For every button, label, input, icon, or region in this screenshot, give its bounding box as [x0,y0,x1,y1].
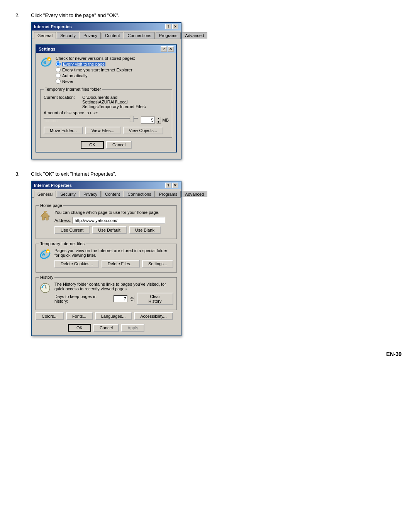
svg-text:★: ★ [48,58,51,61]
days-input[interactable] [114,295,127,302]
svg-marker-5 [41,212,50,220]
dialog2-ok-cancel-row: OK Cancel Apply [36,324,177,332]
current-location-label: Current location: [44,95,82,100]
address-label: Address: [54,218,71,223]
internet-properties-dialog-1: Internet Properties ? ✕ General Security… [31,22,181,159]
history-group: History The History f [36,275,177,310]
radio-every-start-label: Every time you start Internet Explorer [62,68,132,72]
check-newer-label: Check for newer versions of stored pages… [56,56,135,61]
ie-icon-1: e ★ [40,56,53,68]
dialog1-tabs: General Security Privacy Content Connect… [32,30,181,39]
dialog2-ok-btn[interactable]: OK [68,324,91,332]
history-legend: History [39,275,54,280]
radio-every-visit-label: Every visit to the page [62,62,105,66]
settings-ok-btn[interactable]: OK [81,141,104,149]
use-default-btn[interactable]: Use Default [92,226,126,234]
dialog2-tabs: General Security Privacy Content Connect… [32,189,181,198]
tab2-content[interactable]: Content [102,191,124,197]
history-desc: The History folder contains links to pag… [54,282,173,291]
svg-text:★: ★ [47,250,50,254]
dialog2-close-btn[interactable]: ✕ [172,183,178,188]
svg-text:e: e [42,251,45,258]
languages-btn[interactable]: Languages... [95,312,132,320]
svg-rect-6 [44,211,47,212]
check-newer-content: Check for newer versions of stored pages… [56,56,135,85]
step-2-text: Click "Every visit to the page" and "OK"… [31,12,119,18]
temp-files-content: Pages you view on the Internet are store… [54,248,173,268]
fonts-btn[interactable]: Fonts... [66,312,93,320]
tab-programs-1[interactable]: Programs [156,32,181,39]
tab2-general[interactable]: General [34,191,56,198]
settings-controls: ? ✕ [161,46,174,52]
settings-title: Settings [39,47,55,51]
disk-spin-btns: ▲ ▼ [156,117,161,124]
temp-files-group: Temporary Internet files folder Current … [40,87,172,138]
settings-help-btn[interactable]: ? [161,46,167,52]
temp-files-legend-2: Temporary Internet files [39,241,86,246]
colors-btn[interactable]: Colors... [36,312,64,320]
home-page-icon-row: You can change which page to use for you… [39,210,173,234]
tab-content-1[interactable]: Content [102,32,124,39]
step-3-row: 3. Click "OK" to exit "Internet Properti… [15,170,402,336]
tab2-security[interactable]: Security [57,191,79,197]
settings-cancel-btn[interactable]: Cancel [106,141,132,149]
dialog1-controls: ? ✕ [165,24,178,29]
view-files-btn[interactable]: View Files... [85,127,120,134]
disk-mb-input: ▲ ▼ MB [141,117,169,124]
step-3-number: 3. [15,170,31,177]
days-spin-up[interactable]: ▲ [130,295,134,299]
disk-spin-up[interactable]: ▲ [156,117,161,120]
tab2-advanced[interactable]: Advanced [181,191,207,197]
tab-privacy-1[interactable]: Privacy [80,32,101,39]
delete-files-btn[interactable]: Delete Files... [102,260,140,268]
disk-spin-down[interactable]: ▼ [156,120,161,124]
slider-area: ················· [44,118,138,123]
radio-never[interactable]: Never [56,79,135,84]
tab2-connections[interactable]: Connections [124,191,154,197]
accessibility-btn[interactable]: Accessibility... [134,312,173,320]
home-page-group: Home page You can change which page to u… [36,203,177,239]
dialog2-help-btn[interactable]: ? [165,183,171,188]
address-row: Address: [54,217,173,224]
disk-value-input[interactable] [141,117,155,124]
tab2-privacy[interactable]: Privacy [80,191,101,197]
step-2-number: 2. [15,12,31,18]
move-folder-btn[interactable]: Move Folder... [44,127,83,134]
internet-properties-dialog-2: Internet Properties ? ✕ General Security… [31,181,181,336]
tab-connections-1[interactable]: Connections [124,32,154,39]
tab2-programs[interactable]: Programs [156,191,181,197]
temp-files-group-2: Temporary Internet files e ★ [36,241,177,273]
home-page-legend: Home page [39,203,63,208]
clear-history-btn[interactable]: Clear History [137,293,173,305]
radio-every-visit[interactable]: Every visit to the page [56,61,135,66]
disk-space-section: Amount of disk space to use: ···········… [44,110,169,124]
slider-track[interactable] [44,118,138,119]
radio-automatically[interactable]: Automatically [56,73,135,78]
settings-subdialog: Settings ? ✕ [36,44,177,152]
dialog1-title: Internet Properties [34,24,72,29]
radio-every-start[interactable]: Every time you start Internet Explorer [56,67,135,72]
tab-general-1[interactable]: General [34,32,56,39]
dialog2-cancel-btn[interactable]: Cancel [93,324,119,332]
settings-btn[interactable]: Settings... [142,260,173,268]
view-objects-btn[interactable]: View Objects... [123,127,163,134]
temp-files-legend: Temporary Internet files folder [44,87,102,91]
step-3-text: Click "OK" to exit "Internet Properties"… [31,170,116,177]
delete-cookies-btn[interactable]: Delete Cookies... [54,260,99,268]
slider-thumb[interactable] [130,116,134,122]
address-input[interactable] [73,217,165,224]
use-current-btn[interactable]: Use Current [54,226,90,234]
disk-space-controls: ················· ▲ ▼ MB [44,117,169,124]
dialog1-help-btn[interactable]: ? [165,24,171,29]
days-label: Days to keep pages in history: [54,294,111,303]
settings-ok-cancel-row: OK Cancel [40,141,172,149]
tab-advanced-1[interactable]: Advanced [181,32,207,39]
days-spin-down[interactable]: ▼ [130,299,134,302]
use-blank-btn[interactable]: Use Blank [129,226,161,234]
dialog1-close-btn[interactable]: ✕ [172,24,178,29]
dialog1-body: Settings ? ✕ [32,39,181,159]
dialog2-apply-btn[interactable]: Apply [121,324,144,332]
tab-security-1[interactable]: Security [57,32,79,39]
settings-close-btn[interactable]: ✕ [168,46,174,52]
dialog1-titlebar: Internet Properties ? ✕ [32,23,181,30]
